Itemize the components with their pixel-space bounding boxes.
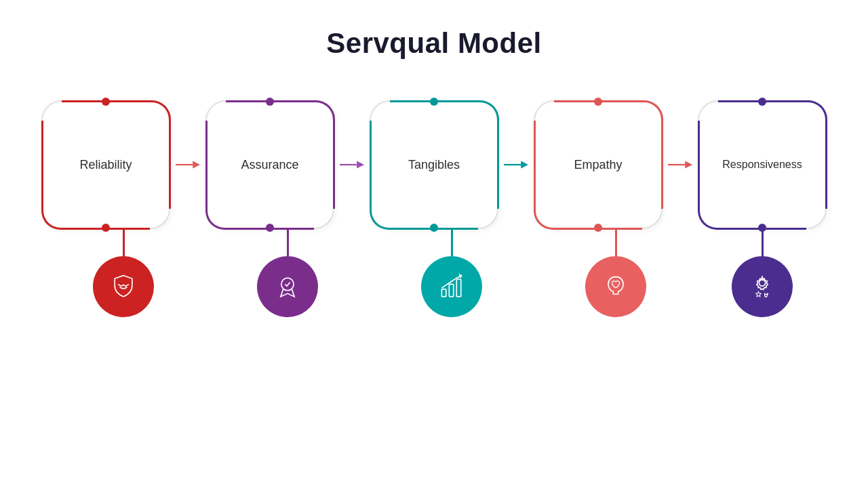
svg-rect-8 (449, 284, 453, 296)
arrow-1 (176, 157, 200, 173)
connector-responsiveness (762, 229, 764, 256)
arrow-2 (340, 157, 364, 173)
connector-empathy (615, 229, 617, 256)
label-empathy: Empathy (574, 158, 622, 172)
connector-assurance (287, 229, 289, 256)
page-title: Servqual Model (326, 27, 541, 60)
label-responsiveness: Responsiveness (722, 159, 802, 171)
diagram: Reliability (27, 100, 841, 317)
box-responsiveness: Responsiveness (698, 100, 827, 229)
svg-rect-9 (456, 279, 460, 297)
arrow-4 (668, 157, 692, 173)
item-reliability: Reliability (41, 100, 205, 317)
box-reliability: Reliability (41, 100, 170, 229)
connector-tangibles (451, 229, 453, 256)
circle-assurance (257, 256, 318, 317)
item-tangibles: Tangibles (370, 100, 534, 317)
svg-marker-6 (521, 161, 528, 169)
item-empathy: Empathy (534, 100, 698, 317)
svg-marker-1 (193, 161, 200, 169)
label-reliability: Reliability (79, 158, 132, 172)
box-tangibles: Tangibles (370, 100, 498, 229)
item-responsiveness: Responsiveness (698, 100, 827, 317)
svg-rect-7 (441, 289, 446, 297)
svg-marker-11 (685, 161, 692, 169)
item-assurance: Assurance (205, 100, 370, 317)
box-assurance: Assurance (205, 100, 334, 229)
svg-marker-3 (357, 161, 364, 169)
circle-empathy (585, 256, 646, 317)
circle-responsiveness (732, 256, 793, 317)
circle-reliability (93, 256, 154, 317)
svg-point-4 (281, 278, 294, 290)
connector-reliability (123, 229, 125, 256)
label-tangibles: Tangibles (408, 158, 460, 172)
arrow-3 (504, 157, 528, 173)
svg-point-12 (759, 280, 765, 286)
label-assurance: Assurance (241, 158, 298, 172)
circle-tangibles (421, 256, 482, 317)
box-empathy: Empathy (534, 100, 663, 229)
